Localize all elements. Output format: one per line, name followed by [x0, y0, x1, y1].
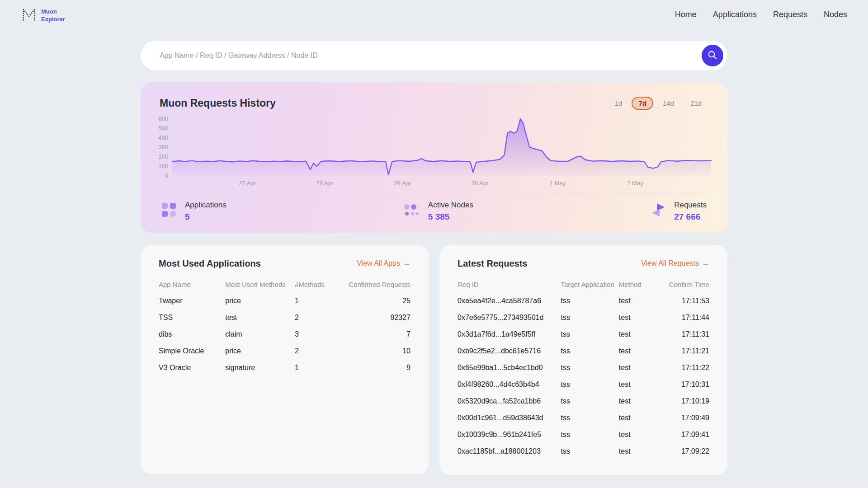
table-cell: 0x00d1c961...d59d38643d	[458, 414, 561, 422]
column-header: App Name	[159, 281, 225, 288]
table-cell: 2	[295, 314, 347, 322]
table-cell: tss	[561, 364, 618, 372]
table-cell: 0x10039c9b...961b241fe5	[458, 431, 561, 439]
stat-applications[interactable]: Applications 5	[161, 201, 226, 222]
apps-grid-icon	[161, 202, 177, 220]
table-cell: signature	[225, 364, 295, 372]
table-header-row: Req IDTarget ApplicationMethodConfirm Ti…	[458, 276, 709, 293]
stat-label: Requests	[674, 201, 707, 210]
column-header: Most Used Methods	[225, 281, 295, 288]
table-cell: price	[225, 297, 295, 305]
table-cell: 0x7e6e5775...273493501d	[458, 314, 561, 322]
svg-text:100: 100	[158, 163, 168, 169]
table-cell: test	[619, 314, 657, 322]
view-all-requests-link[interactable]: View All Requests →	[641, 259, 709, 267]
nav-item-home[interactable]: Home	[675, 10, 697, 19]
table-cell: 0xa5ea4f2e...4ca58787a6	[458, 297, 561, 305]
svg-text:400: 400	[158, 134, 168, 141]
table-row[interactable]: 0xf4f98260...4d4c63b4b4tsstest17:10:31	[458, 376, 709, 393]
table-cell: 9	[347, 364, 410, 372]
nodes-dots-icon	[404, 203, 420, 219]
main-content: Muon Requests History 1d7d14d21d 0100200…	[141, 41, 727, 475]
brand[interactable]: Muon Explorer	[21, 6, 65, 24]
stats-row: Applications 5	[159, 193, 709, 231]
table-row[interactable]: dibsclaim37	[159, 326, 410, 343]
table-row[interactable]: 0x00d1c961...d59d38643dtsstest17:09:49	[458, 410, 709, 427]
column-header: Confirmed Requests	[347, 281, 410, 288]
table-cell: test	[619, 397, 657, 405]
table-cell: 25	[347, 297, 410, 305]
nav-item-nodes[interactable]: Nodes	[824, 10, 847, 19]
requests-history-card: Muon Requests History 1d7d14d21d 0100200…	[141, 82, 727, 233]
table-cell: Twaper	[159, 297, 225, 305]
range-selector: 1d7d14d21d	[608, 97, 708, 110]
table-cell: 17:11:44	[657, 314, 709, 322]
table-row[interactable]: 0xa5ea4f2e...4ca58787a6tsstest17:11:53	[458, 293, 709, 310]
chart-title: Muon Requests History	[160, 97, 276, 109]
table-cell: 17:11:31	[657, 330, 709, 338]
search-button[interactable]	[702, 45, 723, 66]
nav-item-applications[interactable]: Applications	[713, 10, 757, 19]
svg-text:200: 200	[158, 153, 168, 160]
table-cell: tss	[561, 447, 618, 455]
table-row[interactable]: 0x65e99ba1...5cb4ec1bd0tsstest17:11:22	[458, 360, 709, 376]
stat-requests[interactable]: Requests 27 666	[651, 201, 707, 222]
table-row[interactable]: Simple Oracleprice210	[159, 343, 410, 360]
range-button-14d[interactable]: 14d	[656, 97, 681, 110]
table-cell: tss	[561, 397, 618, 405]
range-button-21d[interactable]: 21d	[684, 97, 708, 110]
table-row[interactable]: 0xb9c2f5e2...dbc61e5716tsstest17:11:21	[458, 343, 709, 360]
table-row[interactable]: 0x3d1a7f6d...1a49e5f5fftsstest17:11:31	[458, 326, 709, 343]
table-cell: test	[619, 330, 657, 338]
table-row[interactable]: Twaperprice125	[159, 293, 410, 310]
svg-text:2 May: 2 May	[627, 180, 643, 187]
table-row[interactable]: 0xac1185bf...a188001203tsstest17:09:22	[458, 443, 709, 460]
table-cell: 17:11:22	[657, 364, 709, 372]
table-cell: 17:10:19	[657, 397, 709, 405]
column-header: Target Application	[561, 281, 618, 288]
svg-text:0: 0	[165, 172, 168, 179]
svg-text:1 May: 1 May	[550, 180, 566, 187]
search-bar	[141, 41, 727, 70]
svg-text:28 Apr: 28 Apr	[316, 180, 334, 187]
table-row[interactable]: 0x5320d9ca...fa52ca1bb6tsstest17:10:19	[458, 393, 709, 410]
table-cell: tss	[561, 380, 618, 389]
table-cell: 7	[347, 330, 410, 338]
apps-table: App NameMost Used Methods#MethodsConfirm…	[159, 276, 410, 376]
card-title: Latest Requests	[458, 258, 528, 269]
column-header: Confirm Time	[657, 281, 709, 288]
table-cell: Simple Oracle	[159, 347, 225, 355]
stat-label: Active Nodes	[428, 201, 473, 210]
range-button-1d[interactable]: 1d	[608, 97, 629, 110]
nav-item-requests[interactable]: Requests	[773, 10, 807, 19]
bottom-cards: Most Used Applications View All Apps → A…	[141, 245, 727, 475]
table-cell: 0x5320d9ca...fa52ca1bb6	[458, 397, 561, 405]
stat-active-nodes[interactable]: Active Nodes 5 385	[404, 201, 473, 222]
table-cell: 1	[295, 297, 347, 305]
view-all-apps-link[interactable]: View All Apps →	[357, 259, 410, 267]
table-cell: TSS	[159, 314, 225, 322]
table-cell: 1	[295, 364, 347, 372]
page: Muon Explorer HomeApplicationsRequestsNo…	[0, 0, 868, 488]
table-cell: test	[225, 314, 295, 322]
table-row[interactable]: TSStest292327	[159, 310, 410, 326]
column-header: #Methods	[295, 281, 347, 288]
table-row[interactable]: 0x10039c9b...961b241fe5tsstest17:09:41	[458, 427, 709, 443]
chart-area: 010020030040050060027 Apr28 Apr29 Apr30 …	[141, 110, 727, 189]
requests-table: Req IDTarget ApplicationMethodConfirm Ti…	[458, 276, 709, 460]
table-cell: tss	[561, 347, 618, 355]
nav-menu: HomeApplicationsRequestsNodes	[675, 6, 847, 19]
stat-label: Applications	[185, 201, 226, 210]
table-cell: test	[619, 414, 657, 422]
table-row[interactable]: 0x7e6e5775...273493501dtsstest17:11:44	[458, 310, 709, 326]
table-row[interactable]: V3 Oraclesignature19	[159, 360, 410, 376]
table-cell: 10	[347, 347, 410, 355]
svg-text:29 Apr: 29 Apr	[394, 180, 411, 187]
brand-name: Muon Explorer	[41, 8, 65, 23]
svg-text:27 Apr: 27 Apr	[239, 180, 256, 187]
most-used-applications-card: Most Used Applications View All Apps → A…	[141, 245, 429, 474]
table-cell: 3	[295, 330, 347, 338]
search-input[interactable]	[141, 52, 727, 60]
range-button-7d[interactable]: 7d	[632, 97, 653, 110]
table-cell: 0x65e99ba1...5cb4ec1bd0	[458, 364, 561, 372]
